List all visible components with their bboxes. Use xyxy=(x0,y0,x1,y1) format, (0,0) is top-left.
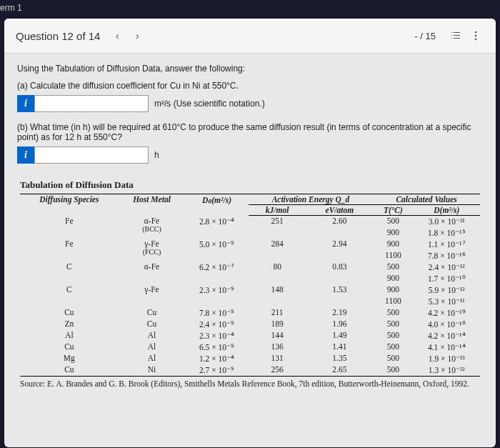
score-display: - / 15 xyxy=(414,31,436,41)
nav-buttons: ‹ › xyxy=(109,27,146,44)
list-icon[interactable] xyxy=(447,27,464,44)
part-b-input-row: i h xyxy=(17,146,483,164)
table-row: AlAl2.3 × 10⁻⁴1441.495004.2 × 10⁻¹⁴ xyxy=(20,330,480,342)
svg-point-0 xyxy=(475,31,477,34)
table-row: CuNi2.7 × 10⁻⁵2562.655001.3 × 10⁻²² xyxy=(20,364,480,377)
question-header: Question 12 of 14 ‹ › - / 15 xyxy=(4,19,496,54)
table-row: Cγ-Fe2.3 × 10⁻⁵1481.539005.9 × 10⁻¹² xyxy=(20,284,480,296)
unit-a: m²/s (Use scientific notation.) xyxy=(154,99,265,109)
table-row: CuCu7.8 × 10⁻⁵2112.195004.2 × 10⁻¹⁹ xyxy=(20,307,480,319)
table-source: Source: E. A. Brandes and G. B. Brook (E… xyxy=(20,379,480,388)
col-d0: D₀(m²/s) xyxy=(185,194,248,216)
svg-point-2 xyxy=(475,39,477,41)
table-row: Cα-Fe6.2 × 10⁻⁷800.835002.4 × 10⁻¹² xyxy=(20,262,480,273)
svg-point-1 xyxy=(475,35,477,37)
question-content: Using the Tabulation of Diffusion Data, … xyxy=(4,54,496,401)
table-row: Feγ-Fe(FCC)5.0 × 10⁻⁵2842.949001.1 × 10⁻… xyxy=(20,239,480,250)
table-row: ZnCu2.4 × 10⁻⁵1891.965004.0 × 10⁻¹⁸ xyxy=(20,319,480,330)
question-card: Question 12 of 14 ‹ › - / 15 Using the T… xyxy=(4,19,496,447)
col-host: Host Metal xyxy=(119,194,186,216)
col-dm2s: D(m²/s) xyxy=(414,205,480,216)
question-intro: Using the Tabulation of Diffusion Data, … xyxy=(17,64,483,74)
table-row: Feα-Fe(BCC)2.8 × 10⁻⁴2512.605003.0 × 10⁻… xyxy=(20,216,480,228)
part-a-input-row: i m²/s (Use scientific notation.) xyxy=(17,95,483,112)
answer-input-b[interactable] xyxy=(34,146,149,164)
question-number: Question 12 of 14 xyxy=(16,30,100,42)
col-kjmol: kJ/mol xyxy=(249,205,306,216)
col-evatom: eV/atom xyxy=(306,205,374,216)
term-label: erm 1 xyxy=(0,0,500,16)
unit-b: h xyxy=(154,150,159,160)
col-tc: T(°C) xyxy=(373,205,413,216)
table-title: Tabulation of Diffusion Data xyxy=(20,179,480,191)
part-a-text: (a) Calculate the diffusion coefficient … xyxy=(17,81,483,91)
info-button-b[interactable]: i xyxy=(17,146,34,164)
info-button-a[interactable]: i xyxy=(17,95,34,112)
answer-input-a[interactable] xyxy=(34,95,149,112)
part-b-text: (b) What time (in h) will be required at… xyxy=(17,122,483,142)
table-row: MgAl1.2 × 10⁻⁴1311.355001.9 × 10⁻¹³ xyxy=(20,353,480,364)
col-species: Diffusing Species xyxy=(20,194,119,216)
diffusion-table-wrap: Tabulation of Diffusion Data Diffusing S… xyxy=(17,176,483,391)
next-button[interactable]: › xyxy=(129,27,146,44)
col-calc-group: Calculated Values xyxy=(373,194,480,205)
more-icon[interactable] xyxy=(467,27,484,44)
col-activation-group: Activation Energy Q_d xyxy=(249,194,373,205)
prev-button[interactable]: ‹ xyxy=(109,27,126,44)
table-row: CuAl6.5 × 10⁻⁵1361.415004.1 × 10⁻¹⁴ xyxy=(20,342,480,353)
diffusion-table: Diffusing Species Host Metal D₀(m²/s) Ac… xyxy=(20,194,480,377)
